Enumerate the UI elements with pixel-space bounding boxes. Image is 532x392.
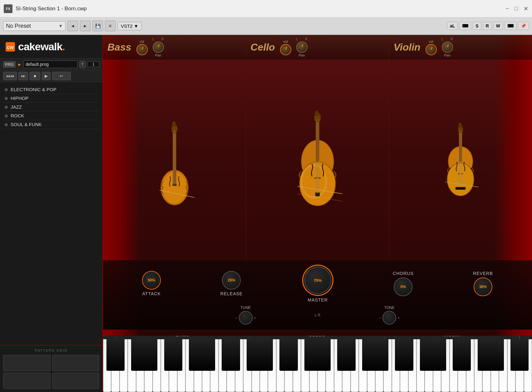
bass-vol-knob[interactable]	[136, 44, 148, 55]
cancel-preset-button[interactable]: ✕	[105, 21, 116, 31]
bass-image	[150, 60, 200, 260]
transport-row: ⏮⏮ ⏭ ■ ▶ ↩	[0, 70, 102, 82]
pattern-cell-4[interactable]	[52, 373, 100, 389]
al-button[interactable]: aL	[447, 22, 458, 30]
tone-knob[interactable]	[382, 311, 396, 325]
app-icon: FX	[4, 4, 12, 13]
master-lr-label: L R	[315, 313, 320, 317]
s-button[interactable]: S	[473, 22, 481, 30]
save-preset-button[interactable]: 💾	[92, 21, 103, 31]
release-knob[interactable]: 28%	[222, 271, 241, 290]
master-knob[interactable]: 70%	[302, 265, 333, 296]
attack-knob[interactable]: 50%	[142, 271, 161, 290]
category-label: HIPHOP	[11, 96, 29, 101]
rewind-button[interactable]: ⏮⏮	[3, 72, 17, 80]
black-key[interactable]	[148, 339, 158, 371]
black-key[interactable]	[230, 339, 240, 371]
tune-knob[interactable]	[239, 311, 253, 325]
prog-t-button[interactable]: T	[79, 61, 86, 68]
piano-keyboard[interactable]	[103, 339, 532, 392]
logo-text: cakewalk	[18, 41, 62, 53]
play-button[interactable]: ▶	[42, 72, 51, 80]
pattern-cell-3[interactable]	[3, 373, 51, 389]
category-label: SOUL & FUNK	[11, 122, 42, 127]
black-key[interactable]	[494, 339, 504, 371]
black-key[interactable]	[321, 339, 331, 371]
cello-title: Cello	[250, 42, 275, 53]
pattern-cell-1[interactable]	[3, 355, 51, 371]
r-button[interactable]: R	[483, 22, 492, 30]
controls-section: 50% ATTACK 28% RELEASE 70%	[103, 260, 532, 330]
black-key[interactable]	[436, 339, 446, 371]
prog-arrow-icon[interactable]: ►	[17, 62, 22, 67]
prev-preset-button[interactable]: ◄	[67, 21, 78, 31]
preset-name: No Preset	[6, 23, 57, 29]
pin-button[interactable]: 📌	[518, 22, 529, 30]
category-soul-funk[interactable]: ⊕ SOUL & FUNK	[3, 120, 99, 129]
pattern-cell-2[interactable]	[52, 355, 100, 371]
category-label: ELECTRONIC & POP	[11, 87, 57, 92]
black-key[interactable]	[519, 339, 529, 371]
chorus-knob[interactable]: 0%	[394, 277, 412, 296]
cello-vol-knob-area: vol	[280, 40, 291, 55]
reverb-knob[interactable]: 36%	[474, 277, 492, 296]
fast-forward-button[interactable]: ⏭	[18, 72, 28, 80]
black-key[interactable]	[172, 339, 182, 371]
keyboard-icon-button[interactable]: ⌨	[459, 22, 471, 30]
w-button[interactable]: W	[493, 22, 503, 30]
violin-vol-knob-area: vol	[426, 40, 437, 55]
cello-pan-r: R	[305, 37, 307, 41]
category-hiphop[interactable]: ⊕ HIPHOP	[3, 94, 99, 103]
next-preset-button[interactable]: ►	[80, 21, 91, 31]
black-key[interactable]	[115, 339, 125, 371]
svg-rect-16	[316, 119, 319, 161]
maximize-button[interactable]: □	[515, 5, 518, 12]
category-rock[interactable]: ⊕ ROCK	[3, 111, 99, 120]
vst-format-button[interactable]: VST2 ▼	[117, 22, 142, 30]
cello-vol-knob[interactable]	[280, 44, 291, 55]
bass-vol-knob-area: vol	[136, 40, 148, 55]
master-value: 70%	[314, 278, 322, 283]
bass-section: Bass vol L R Pan	[103, 35, 246, 260]
black-key[interactable]	[288, 339, 298, 371]
violin-vol-knob[interactable]	[426, 44, 437, 55]
record-loop-button[interactable]: ↩	[52, 72, 71, 80]
cello-image	[286, 60, 349, 260]
prog-number-display[interactable]: 1	[87, 61, 99, 67]
cello-pan-knob[interactable]	[296, 42, 308, 53]
left-panel: cw cakewalk. PRG ► default.prog T 1 ⏮⏮ ⏭…	[0, 35, 103, 392]
cakewalk-logo: cw cakewalk.	[0, 35, 102, 59]
bass-pan-knob[interactable]	[153, 42, 164, 53]
violin-instrument-svg	[439, 116, 482, 204]
violin-title: Violin	[394, 42, 421, 53]
preset-dropdown[interactable]: No Preset ▼	[3, 21, 66, 31]
violin-pan-label: Pan	[444, 53, 451, 57]
midi-keyboard-button[interactable]: ⌨	[505, 22, 516, 30]
black-key[interactable]	[379, 339, 389, 371]
black-key[interactable]	[263, 339, 273, 371]
category-jazz[interactable]: ⊕ JAZZ	[3, 103, 99, 111]
plugin-main: cw cakewalk. PRG ► default.prog T 1 ⏮⏮ ⏭…	[0, 35, 532, 392]
prog-name[interactable]: default.prog	[23, 61, 77, 68]
preset-arrow-icon: ▼	[58, 23, 63, 28]
bass-title: Bass	[107, 42, 131, 53]
black-key[interactable]	[461, 339, 471, 371]
minimize-button[interactable]: −	[506, 5, 509, 12]
chorus-control: CHORUS 0%	[393, 271, 414, 296]
black-key[interactable]	[403, 339, 413, 371]
tone-label: TONE	[384, 306, 395, 310]
close-button[interactable]: ✕	[524, 5, 528, 12]
svg-point-26	[447, 163, 474, 196]
pattern-grid	[3, 355, 99, 389]
svg-text:cw: cw	[7, 45, 14, 50]
tone-plus-sign: +	[397, 316, 400, 320]
plugin-toolbar: No Preset ▼ ◄ ► 💾 ✕ VST2 ▼ aL ⌨ S R W ⌨ …	[0, 17, 532, 35]
violin-pan-knob[interactable]	[442, 42, 453, 53]
svg-rect-27	[459, 130, 462, 162]
stop-button[interactable]: ■	[30, 72, 40, 80]
black-key[interactable]	[346, 339, 356, 371]
svg-rect-30	[457, 134, 459, 135]
bass-vol-label: vol	[140, 40, 144, 43]
black-key[interactable]	[205, 339, 215, 371]
category-electronic-pop[interactable]: ⊕ ELECTRONIC & POP	[3, 85, 99, 94]
